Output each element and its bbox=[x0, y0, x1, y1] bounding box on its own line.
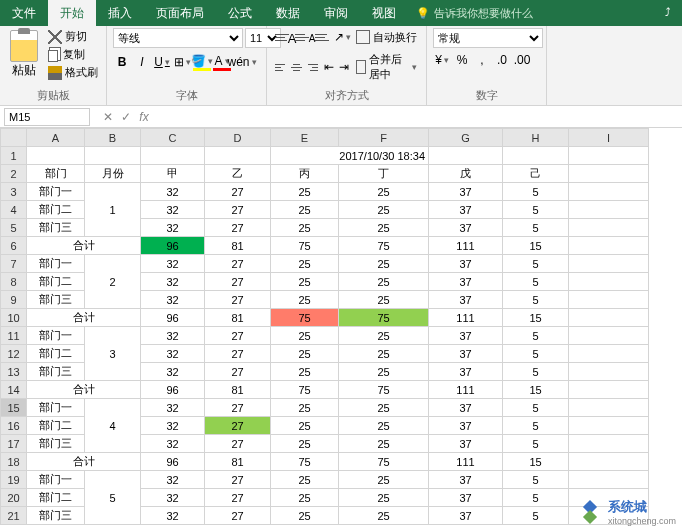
cell[interactable]: 25 bbox=[271, 489, 339, 507]
cell[interactable]: 81 bbox=[205, 381, 271, 399]
tab-file[interactable]: 文件 bbox=[0, 0, 48, 26]
col-header-D[interactable]: D bbox=[205, 129, 271, 147]
row-header[interactable]: 6 bbox=[1, 237, 27, 255]
cell[interactable]: 5 bbox=[503, 417, 569, 435]
align-left-button[interactable] bbox=[273, 58, 287, 76]
cell[interactable]: 27 bbox=[205, 507, 271, 525]
cell[interactable]: 37 bbox=[429, 327, 503, 345]
row-header[interactable]: 17 bbox=[1, 435, 27, 453]
cell[interactable]: 15 bbox=[503, 309, 569, 327]
row-header[interactable]: 19 bbox=[1, 471, 27, 489]
fill-color-button[interactable]: 🪣 bbox=[193, 53, 211, 71]
wrap-text-button[interactable]: 自动换行 bbox=[353, 29, 420, 46]
cell[interactable]: 37 bbox=[429, 255, 503, 273]
cell[interactable]: 部门一 bbox=[27, 399, 85, 417]
cell[interactable]: 5 bbox=[503, 291, 569, 309]
cell[interactable]: 32 bbox=[141, 183, 205, 201]
bold-button[interactable]: B bbox=[113, 53, 131, 71]
cell[interactable]: 25 bbox=[339, 219, 429, 237]
cell[interactable]: 27 bbox=[205, 471, 271, 489]
cell[interactable]: 甲 bbox=[141, 165, 205, 183]
cell[interactable]: 32 bbox=[141, 255, 205, 273]
format-painter-button[interactable]: 格式刷 bbox=[46, 64, 100, 81]
cell[interactable]: 乙 bbox=[205, 165, 271, 183]
increase-decimal-button[interactable]: .0 bbox=[493, 51, 511, 69]
cell[interactable]: 5 bbox=[503, 273, 569, 291]
cell[interactable]: 25 bbox=[271, 219, 339, 237]
row-header[interactable]: 21 bbox=[1, 507, 27, 525]
row-header[interactable]: 16 bbox=[1, 417, 27, 435]
row-header[interactable]: 12 bbox=[1, 345, 27, 363]
cell[interactable]: 37 bbox=[429, 201, 503, 219]
cell[interactable]: 1 bbox=[85, 183, 141, 237]
cell[interactable]: 37 bbox=[429, 219, 503, 237]
cell[interactable]: 25 bbox=[271, 471, 339, 489]
tab-insert[interactable]: 插入 bbox=[96, 0, 144, 26]
cell[interactable]: 32 bbox=[141, 363, 205, 381]
cell[interactable]: 部门二 bbox=[27, 417, 85, 435]
cell[interactable]: 75 bbox=[271, 453, 339, 471]
cell[interactable]: 部门二 bbox=[27, 489, 85, 507]
cell[interactable]: 37 bbox=[429, 363, 503, 381]
cell[interactable]: 合计 bbox=[27, 237, 141, 255]
cell[interactable]: 75 bbox=[339, 309, 429, 327]
align-right-button[interactable] bbox=[306, 58, 320, 76]
cell[interactable]: 25 bbox=[271, 399, 339, 417]
cell[interactable]: 5 bbox=[503, 255, 569, 273]
cell[interactable]: 96 bbox=[141, 309, 205, 327]
cut-button[interactable]: 剪切 bbox=[46, 28, 100, 45]
row-header[interactable]: 3 bbox=[1, 183, 27, 201]
enter-formula-icon[interactable]: ✓ bbox=[118, 110, 134, 124]
row-header[interactable]: 5 bbox=[1, 219, 27, 237]
cell[interactable]: 32 bbox=[141, 399, 205, 417]
cell[interactable]: 75 bbox=[271, 237, 339, 255]
cell[interactable]: 81 bbox=[205, 453, 271, 471]
select-all-corner[interactable] bbox=[1, 129, 27, 147]
row-header[interactable]: 15 bbox=[1, 399, 27, 417]
tab-view[interactable]: 视图 bbox=[360, 0, 408, 26]
cell[interactable]: 25 bbox=[339, 183, 429, 201]
cell[interactable]: 25 bbox=[271, 291, 339, 309]
cell[interactable]: 25 bbox=[339, 399, 429, 417]
cell[interactable]: 96 bbox=[141, 381, 205, 399]
cell[interactable]: 5 bbox=[503, 435, 569, 453]
cell[interactable]: 32 bbox=[141, 417, 205, 435]
cell[interactable]: 部门二 bbox=[27, 345, 85, 363]
cell[interactable]: 32 bbox=[141, 489, 205, 507]
increase-indent-button[interactable]: ⇥ bbox=[338, 58, 351, 76]
row-header[interactable]: 13 bbox=[1, 363, 27, 381]
decrease-decimal-button[interactable]: .00 bbox=[513, 51, 531, 69]
cell[interactable]: 5 bbox=[503, 201, 569, 219]
percent-button[interactable]: % bbox=[453, 51, 471, 69]
worksheet[interactable]: A B C D E F G H I 12017/10/30 18:34 2部门月… bbox=[0, 128, 682, 525]
cell[interactable]: 部门三 bbox=[27, 507, 85, 525]
row-header[interactable]: 11 bbox=[1, 327, 27, 345]
cell[interactable]: 25 bbox=[271, 183, 339, 201]
col-header-B[interactable]: B bbox=[85, 129, 141, 147]
row-header[interactable]: 7 bbox=[1, 255, 27, 273]
cell[interactable]: 25 bbox=[339, 327, 429, 345]
row-header[interactable]: 1 bbox=[1, 147, 27, 165]
cell[interactable]: 15 bbox=[503, 381, 569, 399]
cell[interactable]: 37 bbox=[429, 435, 503, 453]
cell[interactable]: 75 bbox=[271, 309, 339, 327]
cell[interactable]: 32 bbox=[141, 435, 205, 453]
align-bottom-button[interactable] bbox=[313, 28, 331, 46]
cell[interactable]: 75 bbox=[339, 381, 429, 399]
cell[interactable]: 37 bbox=[429, 273, 503, 291]
cell[interactable]: 部门三 bbox=[27, 291, 85, 309]
cell[interactable]: 32 bbox=[141, 273, 205, 291]
cell[interactable]: 15 bbox=[503, 237, 569, 255]
row-header[interactable]: 14 bbox=[1, 381, 27, 399]
align-center-button[interactable] bbox=[289, 58, 303, 76]
cell[interactable]: 5 bbox=[503, 219, 569, 237]
cell[interactable]: 27 bbox=[205, 363, 271, 381]
cell[interactable]: 25 bbox=[271, 345, 339, 363]
cell[interactable]: 75 bbox=[339, 453, 429, 471]
row-header[interactable]: 10 bbox=[1, 309, 27, 327]
cell[interactable]: 27 bbox=[205, 219, 271, 237]
cell[interactable]: 25 bbox=[339, 345, 429, 363]
cell[interactable]: 27 bbox=[205, 435, 271, 453]
cell[interactable]: 部门一 bbox=[27, 255, 85, 273]
tab-data[interactable]: 数据 bbox=[264, 0, 312, 26]
